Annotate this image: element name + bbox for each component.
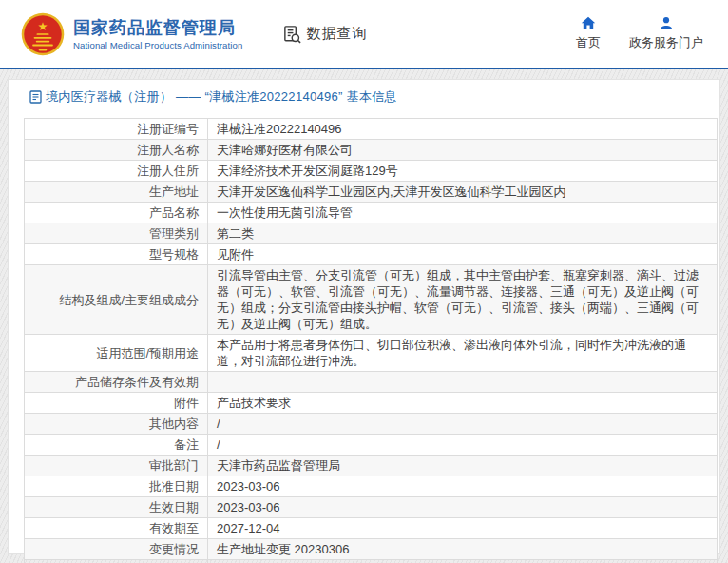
table-row: 注详情 [25,560,718,563]
table-row: 结构及组成/主要组成成分引流导管由主管、分支引流管（可无）组成，其中主管由护套、… [25,265,718,335]
row-value: 2023-03-06 [208,497,718,518]
row-value: 见附件 [208,244,718,265]
site-subtitle: National Medical Products Administration [73,40,242,50]
nav-home[interactable]: 首页 [576,16,601,51]
row-value: 天津开发区逸仙科学工业园区内,天津开发区逸仙科学工业园区内 [208,182,718,203]
row-value: 产品技术要求 [208,393,718,414]
row-label-text: 结构及组成/主要组成成分 [59,293,199,307]
table-row: 型号规格见附件 [25,244,718,265]
table-row: 产品名称一次性使用无菌引流导管 [25,203,718,223]
row-value: / [208,414,718,435]
table-row: 管理类别第二类 [25,223,718,244]
row-label-text: 备注 [174,437,199,452]
row-value: 详情 [208,560,718,563]
site-logo[interactable]: ★ 国家药品监督管理局 National Medical Products Ad… [21,12,242,56]
brand-text: 国家药品监督管理局 National Medical Products Admi… [73,17,242,50]
row-label: 批准日期 [25,476,208,497]
row-label: 结构及组成/主要组成成分 [25,265,208,335]
breadcrumb-text: 境内医疗器械（注册） —— “津械注准20222140496” 基本信息 [46,88,397,106]
row-label-text: 其他内容 [149,417,199,431]
table-row: 注册人名称天津哈娜好医材有限公司 [25,140,718,161]
table-row: 注册证编号津械注准20222140496 [25,119,718,140]
national-emblem-icon: ★ [21,12,65,56]
site-header: ★ 国家药品监督管理局 National Medical Products Ad… [0,0,728,68]
row-value: 生产地址变更 20230306 [208,539,718,560]
home-icon [581,16,596,30]
row-label-text: 管理类别 [149,226,199,241]
row-label-text: 生产地址 [149,184,199,199]
breadcrumb: 境内医疗器械（注册） —— “津械注准20222140496” 基本信息 [9,80,719,106]
table-row: 其他内容/ [25,414,718,435]
row-label-text: 批准日期 [149,479,199,494]
data-query-label: 数据查询 [306,25,367,43]
row-label: 生效日期 [25,497,208,518]
row-label: 管理类别 [25,223,208,244]
table-row: 适用范围/预期用途本产品用于将患者身体伤口、切口部位积液、渗出液向体外引流，同时… [25,335,718,372]
row-label-text: 附件 [174,396,199,410]
row-label: 有效期至 [25,518,208,539]
table-row: 审批部门天津市药品监督管理局 [25,456,718,476]
table-row: 附件产品技术要求 [25,393,718,414]
row-label: 适用范围/预期用途 [25,335,208,372]
info-table-body: 注册证编号津械注准20222140496注册人名称天津哈娜好医材有限公司注册人住… [25,119,718,563]
row-label-text: 审批部门 [149,458,199,473]
top-nav: 首页 政务服务门户 [576,16,703,51]
site-title: 国家药品监督管理局 [73,17,242,38]
row-value: 本产品用于将患者身体伤口、切口部位积液、渗出液向体外引流，同时作为冲洗液的通道，… [208,335,718,372]
row-label-text: 变更情况 [149,542,199,556]
row-label-text: 注册证编号 [137,122,199,136]
nav-home-label: 首页 [576,34,601,51]
row-value: 2023-03-06 [208,476,718,497]
doc-search-icon [282,24,302,45]
row-value: / [208,435,718,456]
nav-portal[interactable]: 政务服务门户 [629,16,703,51]
table-row: 注册人住所天津经济技术开发区洞庭路129号 [25,161,718,182]
row-label-text: 有效期至 [149,521,199,535]
data-query-link[interactable]: 数据查询 [282,24,367,45]
svg-text:★: ★ [38,20,48,33]
row-label-text: 注册人住所 [137,164,199,178]
row-label: 注册证编号 [25,119,208,140]
table-row: 有效期至2027-12-04 [25,518,718,539]
row-label: 附件 [25,393,208,414]
page-root: ★ 国家药品监督管理局 National Medical Products Ad… [0,0,728,563]
row-label-text: 产品储存条件及有效期 [75,375,199,389]
table-row: 生产地址天津开发区逸仙科学工业园区内,天津开发区逸仙科学工业园区内 [25,182,718,203]
nav-portal-label: 政务服务门户 [629,34,703,51]
row-label: 备注 [25,435,208,456]
row-value: 一次性使用无菌引流导管 [208,203,718,223]
row-label: 注 [25,560,208,563]
row-value: 第二类 [208,223,718,244]
table-row: 产品储存条件及有效期 [25,372,718,393]
user-icon [659,16,674,30]
row-label-text: 产品名称 [149,205,199,220]
table-row: 生效日期2023-03-06 [25,497,718,518]
row-value: 2027-12-04 [208,518,718,539]
table-row: 批准日期2023-03-06 [25,476,718,497]
row-label: 注册人名称 [25,140,208,161]
row-label: 型号规格 [25,244,208,265]
content-background: 境内医疗器械（注册） —— “津械注准20222140496” 基本信息 注册证… [0,69,728,563]
document-icon [29,90,42,104]
content-card: 境内医疗器械（注册） —— “津械注准20222140496” 基本信息 注册证… [8,79,720,554]
row-value: 天津哈娜好医材有限公司 [208,140,718,161]
row-label: 生产地址 [25,182,208,203]
row-label: 产品名称 [25,203,208,223]
info-table: 注册证编号津械注准20222140496注册人名称天津哈娜好医材有限公司注册人住… [24,118,718,563]
table-row: 备注/ [25,435,718,456]
row-label: 产品储存条件及有效期 [25,372,208,393]
row-value: 引流导管由主管、分支引流管（可无）组成，其中主管由护套、瓶塞穿刺器、滴斗、过滤器… [208,265,718,335]
table-row: 变更情况生产地址变更 20230306 [25,539,718,560]
row-label: 变更情况 [25,539,208,560]
row-value [208,372,718,393]
row-label: 注册人住所 [25,161,208,182]
row-label-text: 注册人名称 [137,143,199,157]
row-label: 其他内容 [25,414,208,435]
row-value: 天津市药品监督管理局 [208,456,718,476]
row-value: 天津经济技术开发区洞庭路129号 [208,161,718,182]
row-value: 津械注准20222140496 [208,119,718,140]
row-label-text: 生效日期 [149,500,199,514]
row-label-text: 适用范围/预期用途 [96,346,199,360]
row-label-text: 型号规格 [149,247,199,262]
row-label: 审批部门 [25,456,208,476]
